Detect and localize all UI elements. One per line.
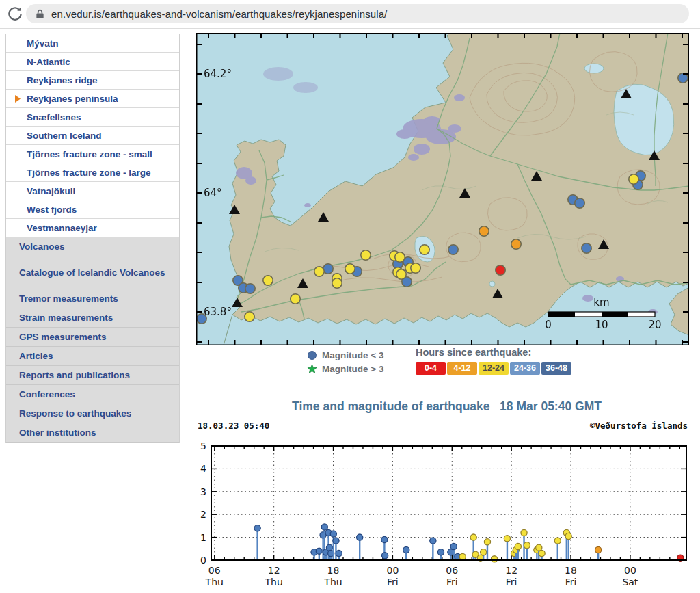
quake-marker-blue [245, 284, 255, 293]
sidebar-item-catalogue-of-icelandic-volcanoes[interactable]: Catalogue of Icelandic Volcanoes [6, 256, 179, 289]
quake-point-yellow [524, 542, 530, 549]
chart-xtick-hour: 06 [446, 565, 458, 576]
sidebar-item-reykjanes-ridge[interactable]: Reykjanes ridge [6, 71, 179, 90]
earthquake-map: km01020 64.2°64°63.8° [196, 33, 689, 345]
quake-marker-blue [582, 243, 591, 253]
chart-credit: ©Veðurstofa Íslands [479, 421, 688, 431]
quake-point-yellow [565, 533, 571, 539]
hours-bin-12-24: 12-24 [479, 362, 509, 375]
quake-point-blue [316, 548, 322, 554]
hours-legend: Hours since earthquake: 0-44-1212-2424-3… [416, 347, 573, 375]
magnitude-large-label: Magnitude > 3 [322, 364, 383, 374]
sidebar-item-reykjanes-peninsula[interactable]: Reykjanes peninsula [6, 90, 179, 108]
quake-point-blue [450, 543, 457, 549]
quake-point-yellow [515, 543, 521, 549]
quake-point-yellow [459, 553, 466, 559]
quake-point-yellow [521, 529, 527, 536]
quake-point-blue [403, 546, 409, 553]
sidebar-item-sn-fellsnes[interactable]: Snæfellsnes [6, 108, 179, 127]
sidebar-item-label: Articles [19, 351, 53, 361]
sidebar-item-label: Volcanoes [19, 241, 65, 252]
chart-ytick-label: 2 [200, 509, 206, 520]
sidebar-item-label: Mývatn [27, 38, 59, 49]
latitude-label: 63.8° [204, 306, 232, 318]
quake-point-yellow [504, 536, 510, 542]
quake-marker-yellow [245, 312, 254, 321]
quake-marker-yellow [629, 174, 638, 184]
magnitude-time-chart: 01234506Thu12Thu18Thu00Fri06Fri12Fri18Fr… [195, 441, 697, 593]
sidebar-item-articles[interactable]: Articles [6, 347, 179, 366]
sidebar-item-vatnaj-kull[interactable]: Vatnajökull [6, 182, 179, 200]
chart-xtick-hour: 12 [505, 565, 517, 576]
lock-icon [36, 9, 44, 19]
quake-point-orange [595, 546, 602, 553]
quake-marker-yellow [395, 252, 405, 262]
sidebar-item-label: Reykjanes peninsula [27, 94, 118, 104]
quake-point-yellow [470, 534, 476, 540]
quake-point-blue [438, 549, 444, 555]
quake-marker-yellow [263, 276, 273, 285]
hours-bin-36-48: 36-48 [541, 362, 571, 375]
magnitude-legend: Magnitude < 3 Magnitude > 3 [307, 348, 383, 375]
sidebar-item-other-institutions[interactable]: Other institutions [6, 423, 179, 443]
active-arrow-icon [15, 95, 21, 103]
sidebar-item-volcanoes[interactable]: Volcanoes [6, 237, 179, 256]
sidebar-item-vestmannaeyjar[interactable]: Vestmannaeyjar [6, 219, 179, 237]
quake-marker-yellow [291, 294, 300, 304]
hours-bin-0-4: 0-4 [416, 362, 446, 375]
quake-point-yellow [492, 556, 498, 562]
sidebar-item-reports-and-publications[interactable]: Reports and publications [6, 366, 179, 385]
chart-xtick-day: Fri [565, 577, 577, 588]
quake-marker-yellow [361, 250, 371, 260]
magnitude-star-icon [307, 364, 317, 374]
sidebar-item-response-to-earthquakes[interactable]: Response to earthquakes [6, 404, 179, 423]
sidebar-item-label: Reports and publications [19, 370, 130, 380]
address-bar[interactable]: en.vedur.is/earthquakes-and-volcanism/ea… [26, 4, 689, 23]
sidebar-item-gps-measurements[interactable]: GPS measurements [6, 328, 179, 347]
chart-frame [211, 446, 686, 560]
scale-bar-tick-label: 0 [545, 319, 552, 331]
magnitude-legend-large: Magnitude > 3 [307, 362, 383, 375]
quake-marker-orange [479, 226, 489, 236]
sidebar-item-label: Conferences [19, 389, 75, 399]
magnitude-legend-small: Magnitude < 3 [307, 348, 383, 362]
sidebar-item-label: West fjords [27, 205, 77, 215]
sidebar-nav: MývatnN-AtlanticReykjanes ridgeReykjanes… [5, 34, 180, 443]
hours-bin-24-36: 24-36 [510, 362, 540, 375]
sidebar-item-n-atlantic[interactable]: N-Atlantic [6, 53, 179, 71]
sidebar-item-label: N-Atlantic [27, 57, 70, 67]
quake-point-blue [430, 538, 436, 544]
chart-xtick-hour: 00 [624, 565, 636, 576]
chart-xtick-day: Sat [622, 577, 638, 588]
magnitude-small-label: Magnitude < 3 [322, 350, 383, 360]
quake-marker-yellow [345, 264, 355, 274]
quake-point-blue [381, 536, 388, 542]
sidebar-item-strain-measurements[interactable]: Strain measurements [6, 308, 179, 328]
quake-marker-blue [575, 198, 584, 208]
sidebar-item-tj-rnes-fracture-zone-large[interactable]: Tjörnes fracture zone - large [6, 163, 179, 182]
sidebar-item-southern-iceland[interactable]: Southern Iceland [6, 127, 179, 145]
quake-point-blue [321, 524, 327, 530]
sidebar-item-tj-rnes-fracture-zone-small[interactable]: Tjörnes fracture zone - small [6, 145, 179, 163]
sidebar-item-label: Other institutions [19, 427, 96, 438]
chart-xtick-day: Thu [323, 577, 342, 588]
hours-legend-title: Hours since earthquake: [416, 347, 573, 358]
sidebar-item-m-vatn[interactable]: Mývatn [6, 34, 179, 53]
quake-marker-blue [448, 245, 458, 254]
reload-icon[interactable] [6, 5, 24, 23]
chart-xtick-day: Thu [205, 577, 224, 588]
sidebar-item-conferences[interactable]: Conferences [6, 385, 179, 404]
chart-timestamp: 18.03.23 05:40 [198, 421, 269, 431]
sidebar-item-label: Tremor measurements [19, 293, 118, 304]
quake-marker-blue [323, 264, 333, 274]
chart-xtick-hour: 18 [565, 565, 577, 576]
quake-marker-red [496, 265, 505, 275]
latitude-label: 64° [204, 187, 222, 199]
scale-bar-tick-label: 20 [648, 319, 661, 331]
chart-ytick-label: 4 [200, 463, 206, 474]
magnitude-circle-icon [307, 350, 317, 360]
scale-bar-tick-label: 10 [595, 319, 608, 331]
sidebar-item-west-fjords[interactable]: West fjords [6, 200, 179, 219]
sidebar-item-tremor-measurements[interactable]: Tremor measurements [6, 289, 179, 308]
quake-point-yellow [536, 544, 542, 551]
